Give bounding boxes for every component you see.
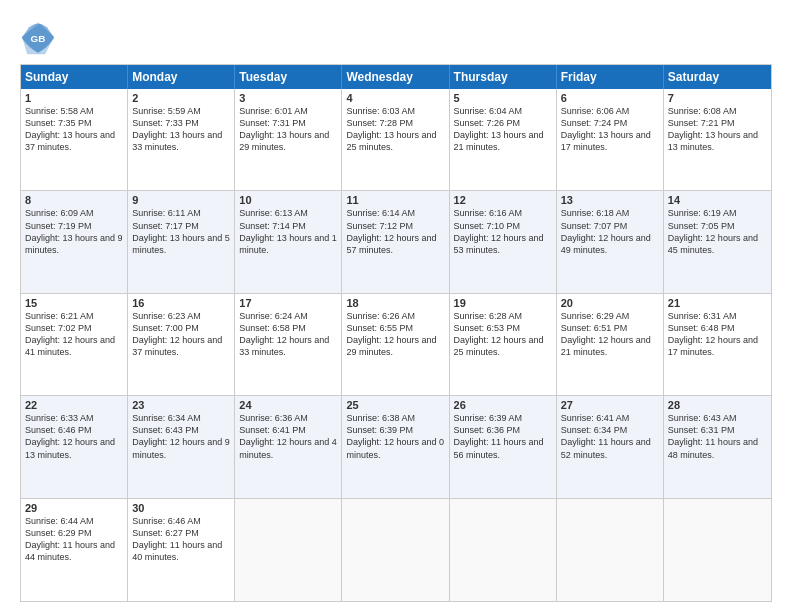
cell-info: Sunrise: 6:41 AMSunset: 6:34 PMDaylight:… [561, 412, 659, 461]
day-number: 13 [561, 194, 659, 206]
day-number: 16 [132, 297, 230, 309]
cell-info: Sunrise: 6:21 AMSunset: 7:02 PMDaylight:… [25, 310, 123, 359]
cell-info: Sunrise: 6:16 AMSunset: 7:10 PMDaylight:… [454, 207, 552, 256]
day-number: 17 [239, 297, 337, 309]
weekday-header: Sunday [21, 65, 128, 89]
calendar-cell: 25Sunrise: 6:38 AMSunset: 6:39 PMDayligh… [342, 396, 449, 497]
day-number: 4 [346, 92, 444, 104]
day-number: 29 [25, 502, 123, 514]
weekday-header: Wednesday [342, 65, 449, 89]
cell-info: Sunrise: 6:36 AMSunset: 6:41 PMDaylight:… [239, 412, 337, 461]
cell-info: Sunrise: 6:23 AMSunset: 7:00 PMDaylight:… [132, 310, 230, 359]
calendar-cell: 4Sunrise: 6:03 AMSunset: 7:28 PMDaylight… [342, 89, 449, 190]
logo: GB [20, 20, 62, 56]
svg-text:GB: GB [31, 33, 46, 44]
cell-info: Sunrise: 6:31 AMSunset: 6:48 PMDaylight:… [668, 310, 767, 359]
cell-info: Sunrise: 6:04 AMSunset: 7:26 PMDaylight:… [454, 105, 552, 154]
day-number: 15 [25, 297, 123, 309]
day-number: 8 [25, 194, 123, 206]
calendar-cell: 29Sunrise: 6:44 AMSunset: 6:29 PMDayligh… [21, 499, 128, 601]
calendar-cell: 15Sunrise: 6:21 AMSunset: 7:02 PMDayligh… [21, 294, 128, 395]
calendar-row: 22Sunrise: 6:33 AMSunset: 6:46 PMDayligh… [21, 396, 771, 498]
day-number: 24 [239, 399, 337, 411]
calendar-cell: 11Sunrise: 6:14 AMSunset: 7:12 PMDayligh… [342, 191, 449, 292]
calendar-cell: 20Sunrise: 6:29 AMSunset: 6:51 PMDayligh… [557, 294, 664, 395]
cell-info: Sunrise: 6:39 AMSunset: 6:36 PMDaylight:… [454, 412, 552, 461]
calendar-cell: 1Sunrise: 5:58 AMSunset: 7:35 PMDaylight… [21, 89, 128, 190]
day-number: 11 [346, 194, 444, 206]
calendar-header: SundayMondayTuesdayWednesdayThursdayFrid… [21, 65, 771, 89]
cell-info: Sunrise: 5:58 AMSunset: 7:35 PMDaylight:… [25, 105, 123, 154]
calendar-cell [450, 499, 557, 601]
calendar-cell: 16Sunrise: 6:23 AMSunset: 7:00 PMDayligh… [128, 294, 235, 395]
calendar-cell: 8Sunrise: 6:09 AMSunset: 7:19 PMDaylight… [21, 191, 128, 292]
day-number: 22 [25, 399, 123, 411]
day-number: 12 [454, 194, 552, 206]
calendar-row: 1Sunrise: 5:58 AMSunset: 7:35 PMDaylight… [21, 89, 771, 191]
day-number: 14 [668, 194, 767, 206]
calendar-cell: 19Sunrise: 6:28 AMSunset: 6:53 PMDayligh… [450, 294, 557, 395]
day-number: 21 [668, 297, 767, 309]
day-number: 10 [239, 194, 337, 206]
day-number: 3 [239, 92, 337, 104]
weekday-header: Friday [557, 65, 664, 89]
cell-info: Sunrise: 6:03 AMSunset: 7:28 PMDaylight:… [346, 105, 444, 154]
calendar-cell: 13Sunrise: 6:18 AMSunset: 7:07 PMDayligh… [557, 191, 664, 292]
calendar-cell: 7Sunrise: 6:08 AMSunset: 7:21 PMDaylight… [664, 89, 771, 190]
calendar-cell [557, 499, 664, 601]
day-number: 23 [132, 399, 230, 411]
calendar-cell: 21Sunrise: 6:31 AMSunset: 6:48 PMDayligh… [664, 294, 771, 395]
weekday-header: Tuesday [235, 65, 342, 89]
cell-info: Sunrise: 6:38 AMSunset: 6:39 PMDaylight:… [346, 412, 444, 461]
calendar-body: 1Sunrise: 5:58 AMSunset: 7:35 PMDaylight… [21, 89, 771, 601]
cell-info: Sunrise: 6:26 AMSunset: 6:55 PMDaylight:… [346, 310, 444, 359]
day-number: 7 [668, 92, 767, 104]
cell-info: Sunrise: 6:28 AMSunset: 6:53 PMDaylight:… [454, 310, 552, 359]
calendar-cell: 12Sunrise: 6:16 AMSunset: 7:10 PMDayligh… [450, 191, 557, 292]
calendar-cell: 27Sunrise: 6:41 AMSunset: 6:34 PMDayligh… [557, 396, 664, 497]
weekday-header: Saturday [664, 65, 771, 89]
cell-info: Sunrise: 6:19 AMSunset: 7:05 PMDaylight:… [668, 207, 767, 256]
calendar-cell: 24Sunrise: 6:36 AMSunset: 6:41 PMDayligh… [235, 396, 342, 497]
calendar-row: 29Sunrise: 6:44 AMSunset: 6:29 PMDayligh… [21, 499, 771, 601]
calendar-cell: 18Sunrise: 6:26 AMSunset: 6:55 PMDayligh… [342, 294, 449, 395]
calendar-cell [235, 499, 342, 601]
cell-info: Sunrise: 6:33 AMSunset: 6:46 PMDaylight:… [25, 412, 123, 461]
calendar-cell: 3Sunrise: 6:01 AMSunset: 7:31 PMDaylight… [235, 89, 342, 190]
page: GB SundayMondayTuesdayWednesdayThursdayF… [0, 0, 792, 612]
cell-info: Sunrise: 6:24 AMSunset: 6:58 PMDaylight:… [239, 310, 337, 359]
day-number: 9 [132, 194, 230, 206]
cell-info: Sunrise: 6:13 AMSunset: 7:14 PMDaylight:… [239, 207, 337, 256]
calendar-cell: 14Sunrise: 6:19 AMSunset: 7:05 PMDayligh… [664, 191, 771, 292]
cell-info: Sunrise: 6:29 AMSunset: 6:51 PMDaylight:… [561, 310, 659, 359]
calendar-cell: 30Sunrise: 6:46 AMSunset: 6:27 PMDayligh… [128, 499, 235, 601]
day-number: 30 [132, 502, 230, 514]
cell-info: Sunrise: 6:09 AMSunset: 7:19 PMDaylight:… [25, 207, 123, 256]
calendar-cell [664, 499, 771, 601]
cell-info: Sunrise: 6:34 AMSunset: 6:43 PMDaylight:… [132, 412, 230, 461]
calendar-cell: 5Sunrise: 6:04 AMSunset: 7:26 PMDaylight… [450, 89, 557, 190]
calendar-row: 8Sunrise: 6:09 AMSunset: 7:19 PMDaylight… [21, 191, 771, 293]
day-number: 27 [561, 399, 659, 411]
cell-info: Sunrise: 6:14 AMSunset: 7:12 PMDaylight:… [346, 207, 444, 256]
cell-info: Sunrise: 6:06 AMSunset: 7:24 PMDaylight:… [561, 105, 659, 154]
calendar-cell: 17Sunrise: 6:24 AMSunset: 6:58 PMDayligh… [235, 294, 342, 395]
day-number: 6 [561, 92, 659, 104]
day-number: 19 [454, 297, 552, 309]
calendar-cell: 6Sunrise: 6:06 AMSunset: 7:24 PMDaylight… [557, 89, 664, 190]
header: GB [20, 20, 772, 56]
calendar-cell: 23Sunrise: 6:34 AMSunset: 6:43 PMDayligh… [128, 396, 235, 497]
calendar-row: 15Sunrise: 6:21 AMSunset: 7:02 PMDayligh… [21, 294, 771, 396]
calendar-cell: 28Sunrise: 6:43 AMSunset: 6:31 PMDayligh… [664, 396, 771, 497]
cell-info: Sunrise: 6:46 AMSunset: 6:27 PMDaylight:… [132, 515, 230, 564]
cell-info: Sunrise: 6:44 AMSunset: 6:29 PMDaylight:… [25, 515, 123, 564]
calendar: SundayMondayTuesdayWednesdayThursdayFrid… [20, 64, 772, 602]
day-number: 1 [25, 92, 123, 104]
calendar-cell: 10Sunrise: 6:13 AMSunset: 7:14 PMDayligh… [235, 191, 342, 292]
cell-info: Sunrise: 6:18 AMSunset: 7:07 PMDaylight:… [561, 207, 659, 256]
day-number: 25 [346, 399, 444, 411]
cell-info: Sunrise: 5:59 AMSunset: 7:33 PMDaylight:… [132, 105, 230, 154]
calendar-cell: 9Sunrise: 6:11 AMSunset: 7:17 PMDaylight… [128, 191, 235, 292]
day-number: 5 [454, 92, 552, 104]
cell-info: Sunrise: 6:08 AMSunset: 7:21 PMDaylight:… [668, 105, 767, 154]
